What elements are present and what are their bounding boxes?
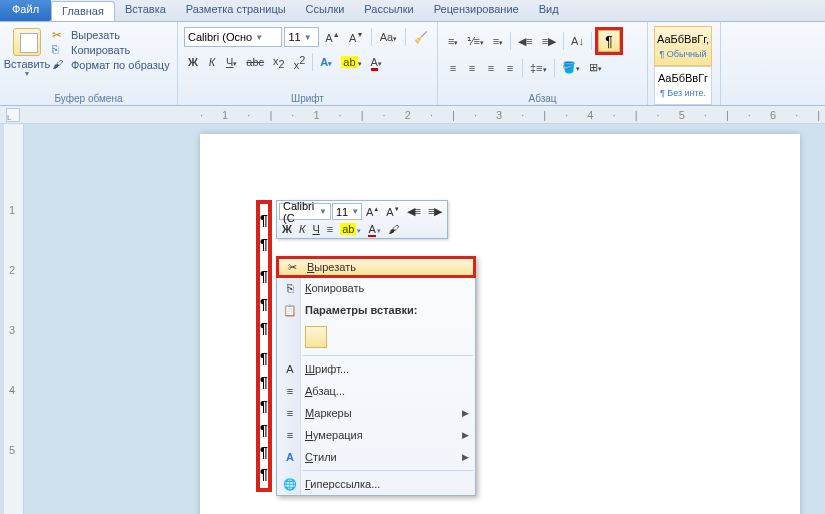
font-size-combo[interactable]: 11▼ <box>284 27 319 47</box>
submenu-arrow-icon: ▶ <box>462 452 469 462</box>
shading-button[interactable]: 🪣▾ <box>558 58 584 77</box>
highlight-button[interactable]: ab▾ <box>337 53 365 71</box>
cm-bullets[interactable]: ≡ Маркеры ▶ <box>277 402 475 424</box>
group-font: Calibri (Осно▼ 11▼ A▲ A▼ Aa▾ 🧹 Ж К Ч▾ ab… <box>178 22 438 105</box>
italic-button[interactable]: К <box>203 53 221 71</box>
tab-view[interactable]: Вид <box>529 0 569 21</box>
paragraph-icon: ≡ <box>282 385 298 397</box>
clear-formatting-button[interactable]: 🧹 <box>410 28 431 47</box>
mini-font-combo[interactable]: Calibri (С▼ <box>279 203 331 220</box>
globe-icon: 🌐 <box>282 478 298 491</box>
bold-button[interactable]: Ж <box>184 53 202 71</box>
paste-icon <box>13 28 41 56</box>
font-name-combo[interactable]: Calibri (Осно▼ <box>184 27 282 47</box>
group-styles: АаБбВвГг, ¶ Обычный АаБбВвГг ¶ Без инте. <box>648 22 721 105</box>
tab-review[interactable]: Рецензирование <box>424 0 529 21</box>
group-label-clipboard: Буфер обмена <box>0 93 177 104</box>
multilevel-button[interactable]: ≡▾ <box>489 32 507 50</box>
pilcrow-highlight: ¶ <box>595 27 623 55</box>
show-marks-button[interactable]: ¶ <box>598 30 620 52</box>
tab-layout[interactable]: Разметка страницы <box>176 0 296 21</box>
vertical-ruler[interactable]: 12345 <box>4 124 24 514</box>
sort-button[interactable]: A↓ <box>567 32 588 50</box>
underline-button[interactable]: Ч▾ <box>222 53 241 71</box>
scissors-icon: ✂ <box>284 261 300 274</box>
tab-home[interactable]: Главная <box>51 1 115 21</box>
mini-size-combo[interactable]: 11▼ <box>332 203 362 220</box>
group-label-paragraph: Абзац <box>438 93 647 104</box>
strikethrough-button[interactable]: abc <box>242 53 268 71</box>
change-case-button[interactable]: Aa▾ <box>376 28 401 46</box>
cm-cut[interactable]: ✂ Вырезать <box>276 256 476 278</box>
cm-paragraph[interactable]: ≡ Абзац... <box>277 380 475 402</box>
scissors-icon <box>52 28 68 42</box>
decrease-indent-button[interactable]: ◀≡ <box>514 32 536 51</box>
brush-icon <box>52 58 68 72</box>
increase-indent-button[interactable]: ≡▶ <box>538 32 560 51</box>
copy-icon: ⎘ <box>282 282 298 294</box>
align-right-button[interactable]: ≡ <box>482 59 500 77</box>
style-normal[interactable]: АаБбВвГг, ¶ Обычный <box>654 26 712 66</box>
font-color-button[interactable]: A▾ <box>367 53 386 71</box>
group-label-font: Шрифт <box>178 93 437 104</box>
cm-paste-options-header: 📋 Параметры вставки: <box>277 299 475 321</box>
group-clipboard: Вставить ▼ Вырезать Копировать Формат по… <box>0 22 178 105</box>
submenu-arrow-icon: ▶ <box>462 430 469 440</box>
mini-grow-font[interactable]: A▲ <box>363 205 382 219</box>
superscript-button[interactable]: x2 <box>290 51 310 74</box>
paste-label: Вставить <box>4 58 51 70</box>
cm-styles[interactable]: A Стили ▶ <box>277 446 475 468</box>
subscript-button[interactable]: x2 <box>269 52 289 73</box>
mini-align-center[interactable]: ≡ <box>324 222 336 236</box>
cm-font[interactable]: A Шрифт... <box>277 358 475 380</box>
cm-copy[interactable]: ⎘ Копировать <box>277 277 475 299</box>
mini-increase-indent[interactable]: ≡▶ <box>425 204 445 219</box>
cut-button[interactable]: Вырезать <box>52 28 170 42</box>
group-paragraph: ≡▾ ⅟≡▾ ≡▾ ◀≡ ≡▶ A↓ ¶ ≡ ≡ ≡ ≡ ‡≡▾ 🪣▾ ⊞▾ А… <box>438 22 648 105</box>
cm-hyperlink[interactable]: 🌐 Гиперссылка... <box>277 473 475 495</box>
style-no-spacing[interactable]: АаБбВвГг ¶ Без инте. <box>654 66 712 106</box>
clipboard-icon: 📋 <box>282 304 298 317</box>
justify-button[interactable]: ≡ <box>501 59 519 77</box>
cm-paste-options <box>277 321 475 353</box>
grow-font-button[interactable]: A▲ <box>321 28 343 47</box>
numbering-button[interactable]: ⅟≡▾ <box>463 32 487 51</box>
context-menu: ✂ Вырезать ⎘ Копировать 📋 Параметры вста… <box>276 256 476 496</box>
numbering-icon: ≡ <box>282 429 298 441</box>
shrink-font-button[interactable]: A▼ <box>345 28 367 47</box>
font-a-icon: A <box>282 363 298 375</box>
horizontal-ruler[interactable]: L · 1 · | · 1 · | · 2 · | · 3 · | · 4 · … <box>0 106 825 124</box>
mini-decrease-indent[interactable]: ◀≡ <box>404 204 424 219</box>
mini-shrink-font[interactable]: A▼ <box>383 205 402 219</box>
mini-format-painter[interactable]: 🖌 <box>385 222 402 236</box>
align-left-button[interactable]: ≡ <box>444 59 462 77</box>
styles-a-icon: A <box>282 451 298 463</box>
tab-references[interactable]: Ссылки <box>296 0 355 21</box>
copy-button[interactable]: Копировать <box>52 43 170 57</box>
align-center-button[interactable]: ≡ <box>463 59 481 77</box>
mini-toolbar: Calibri (С▼ 11▼ A▲ A▼ ◀≡ ≡▶ Ж К Ч ≡ ab▾ … <box>276 200 448 239</box>
bullets-button[interactable]: ≡▾ <box>444 32 462 50</box>
ribbon: Вставить ▼ Вырезать Копировать Формат по… <box>0 22 825 106</box>
bullets-icon: ≡ <box>282 407 298 419</box>
paste-button[interactable]: Вставить ▼ <box>6 24 48 77</box>
pilcrow-column-highlight <box>256 200 272 492</box>
mini-highlight[interactable]: ab▾ <box>337 222 364 236</box>
mini-underline[interactable]: Ч <box>309 222 322 236</box>
borders-button[interactable]: ⊞▾ <box>585 58 606 77</box>
submenu-arrow-icon: ▶ <box>462 408 469 418</box>
paste-keep-formatting-button[interactable] <box>305 326 327 348</box>
tab-file[interactable]: Файл <box>0 0 51 21</box>
tab-insert[interactable]: Вставка <box>115 0 176 21</box>
line-spacing-button[interactable]: ‡≡▾ <box>526 59 551 77</box>
cm-numbering[interactable]: ≡ Нумерация ▶ <box>277 424 475 446</box>
copy-icon <box>52 43 68 57</box>
mini-font-color[interactable]: A▾ <box>365 222 383 236</box>
ruler-corner[interactable]: L <box>6 108 20 122</box>
mini-bold[interactable]: Ж <box>279 222 295 236</box>
tab-mailings[interactable]: Рассылки <box>354 0 423 21</box>
ribbon-tabs: Файл Главная Вставка Разметка страницы С… <box>0 0 825 22</box>
mini-italic[interactable]: К <box>296 222 308 236</box>
format-painter-button[interactable]: Формат по образцу <box>52 58 170 72</box>
text-effects-button[interactable]: A▾ <box>316 53 336 71</box>
